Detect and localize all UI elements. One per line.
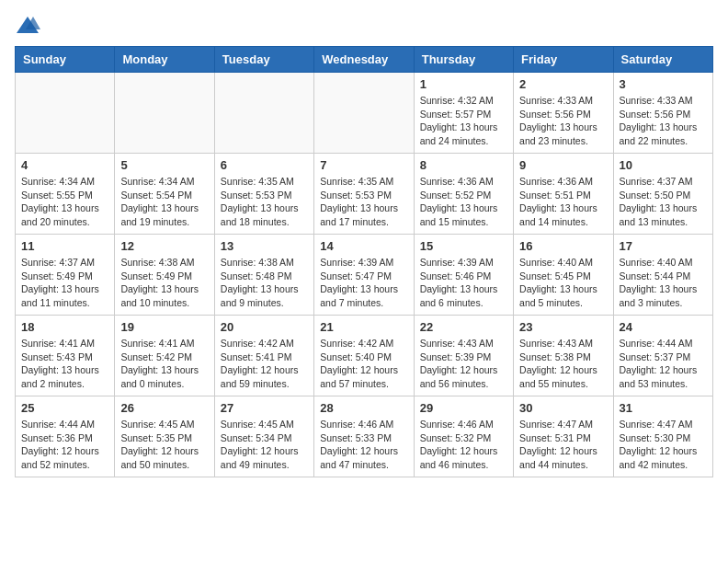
calendar-week-row: 25Sunrise: 4:44 AM Sunset: 5:36 PM Dayli… <box>16 396 713 477</box>
day-info: Sunrise: 4:39 AM Sunset: 5:47 PM Dayligh… <box>320 256 407 310</box>
day-info: Sunrise: 4:45 AM Sunset: 5:34 PM Dayligh… <box>221 418 308 472</box>
day-info: Sunrise: 4:32 AM Sunset: 5:57 PM Dayligh… <box>420 94 507 148</box>
day-number: 30 <box>519 401 607 415</box>
calendar-week-row: 4Sunrise: 4:34 AM Sunset: 5:55 PM Daylig… <box>16 154 713 235</box>
calendar-day-cell: 30Sunrise: 4:47 AM Sunset: 5:31 PM Dayli… <box>514 396 613 477</box>
calendar-day-cell: 22Sunrise: 4:43 AM Sunset: 5:39 PM Dayli… <box>414 316 513 396</box>
calendar-day-cell: 12Sunrise: 4:38 AM Sunset: 5:49 PM Dayli… <box>115 235 214 316</box>
day-info: Sunrise: 4:33 AM Sunset: 5:56 PM Dayligh… <box>620 94 707 148</box>
calendar: SundayMondayTuesdayWednesdayThursdayFrid… <box>15 46 713 477</box>
day-number: 17 <box>620 239 707 253</box>
day-info: Sunrise: 4:37 AM Sunset: 5:49 PM Dayligh… <box>21 256 108 310</box>
calendar-day-cell: 16Sunrise: 4:40 AM Sunset: 5:45 PM Dayli… <box>514 235 613 316</box>
day-number: 8 <box>420 158 507 172</box>
day-info: Sunrise: 4:37 AM Sunset: 5:50 PM Dayligh… <box>620 175 707 229</box>
day-number: 9 <box>519 158 607 172</box>
day-info: Sunrise: 4:39 AM Sunset: 5:46 PM Dayligh… <box>420 256 507 310</box>
calendar-day-cell: 27Sunrise: 4:45 AM Sunset: 5:34 PM Dayli… <box>214 396 313 477</box>
day-number: 21 <box>320 320 407 334</box>
logo-icon <box>15 15 40 37</box>
day-header: Sunday <box>16 47 115 73</box>
calendar-day-cell: 14Sunrise: 4:39 AM Sunset: 5:47 PM Dayli… <box>314 235 414 316</box>
day-number: 20 <box>221 320 308 334</box>
calendar-day-cell <box>314 73 414 154</box>
calendar-day-cell: 4Sunrise: 4:34 AM Sunset: 5:55 PM Daylig… <box>16 154 115 235</box>
calendar-day-cell: 17Sunrise: 4:40 AM Sunset: 5:44 PM Dayli… <box>613 235 712 316</box>
day-header: Tuesday <box>214 47 313 73</box>
day-info: Sunrise: 4:36 AM Sunset: 5:51 PM Dayligh… <box>519 175 607 229</box>
calendar-day-cell: 21Sunrise: 4:42 AM Sunset: 5:40 PM Dayli… <box>314 316 414 396</box>
day-number: 28 <box>320 401 407 415</box>
day-number: 2 <box>519 77 607 91</box>
day-number: 14 <box>320 239 407 253</box>
day-number: 26 <box>120 401 208 415</box>
day-number: 12 <box>120 239 208 253</box>
day-number: 31 <box>620 401 707 415</box>
day-info: Sunrise: 4:34 AM Sunset: 5:54 PM Dayligh… <box>120 175 208 229</box>
day-info: Sunrise: 4:43 AM Sunset: 5:38 PM Dayligh… <box>519 337 607 391</box>
calendar-day-cell <box>16 73 115 154</box>
day-header: Thursday <box>414 47 513 73</box>
day-header: Friday <box>514 47 613 73</box>
day-info: Sunrise: 4:44 AM Sunset: 5:36 PM Dayligh… <box>21 418 108 472</box>
day-number: 10 <box>620 158 707 172</box>
day-info: Sunrise: 4:44 AM Sunset: 5:37 PM Dayligh… <box>620 337 707 391</box>
calendar-day-cell: 24Sunrise: 4:44 AM Sunset: 5:37 PM Dayli… <box>613 316 712 396</box>
day-number: 5 <box>120 158 208 172</box>
calendar-day-cell: 13Sunrise: 4:38 AM Sunset: 5:48 PM Dayli… <box>214 235 313 316</box>
day-info: Sunrise: 4:34 AM Sunset: 5:55 PM Dayligh… <box>21 175 108 229</box>
day-info: Sunrise: 4:42 AM Sunset: 5:41 PM Dayligh… <box>221 337 308 391</box>
day-number: 15 <box>420 239 507 253</box>
calendar-header-row: SundayMondayTuesdayWednesdayThursdayFrid… <box>16 47 713 73</box>
day-info: Sunrise: 4:36 AM Sunset: 5:52 PM Dayligh… <box>420 175 507 229</box>
day-number: 27 <box>221 401 308 415</box>
calendar-day-cell: 9Sunrise: 4:36 AM Sunset: 5:51 PM Daylig… <box>514 154 613 235</box>
calendar-day-cell: 6Sunrise: 4:35 AM Sunset: 5:53 PM Daylig… <box>214 154 313 235</box>
day-info: Sunrise: 4:43 AM Sunset: 5:39 PM Dayligh… <box>420 337 507 391</box>
calendar-day-cell: 8Sunrise: 4:36 AM Sunset: 5:52 PM Daylig… <box>414 154 513 235</box>
calendar-day-cell: 19Sunrise: 4:41 AM Sunset: 5:42 PM Dayli… <box>115 316 214 396</box>
day-number: 29 <box>420 401 507 415</box>
day-info: Sunrise: 4:38 AM Sunset: 5:48 PM Dayligh… <box>221 256 308 310</box>
day-info: Sunrise: 4:45 AM Sunset: 5:35 PM Dayligh… <box>120 418 208 472</box>
day-number: 22 <box>420 320 507 334</box>
day-header: Wednesday <box>314 47 414 73</box>
calendar-day-cell <box>115 73 214 154</box>
day-number: 25 <box>21 401 108 415</box>
day-number: 6 <box>221 158 308 172</box>
calendar-day-cell: 25Sunrise: 4:44 AM Sunset: 5:36 PM Dayli… <box>16 396 115 477</box>
header <box>15 15 713 37</box>
day-number: 18 <box>21 320 108 334</box>
calendar-day-cell: 18Sunrise: 4:41 AM Sunset: 5:43 PM Dayli… <box>16 316 115 396</box>
day-number: 7 <box>320 158 407 172</box>
calendar-day-cell: 1Sunrise: 4:32 AM Sunset: 5:57 PM Daylig… <box>414 73 513 154</box>
day-number: 16 <box>519 239 607 253</box>
day-number: 3 <box>620 77 707 91</box>
calendar-week-row: 1Sunrise: 4:32 AM Sunset: 5:57 PM Daylig… <box>16 73 713 154</box>
calendar-day-cell: 3Sunrise: 4:33 AM Sunset: 5:56 PM Daylig… <box>613 73 712 154</box>
calendar-day-cell: 23Sunrise: 4:43 AM Sunset: 5:38 PM Dayli… <box>514 316 613 396</box>
day-number: 23 <box>519 320 607 334</box>
calendar-day-cell: 10Sunrise: 4:37 AM Sunset: 5:50 PM Dayli… <box>613 154 712 235</box>
day-header: Monday <box>115 47 214 73</box>
day-header: Saturday <box>613 47 712 73</box>
day-number: 13 <box>221 239 308 253</box>
calendar-week-row: 18Sunrise: 4:41 AM Sunset: 5:43 PM Dayli… <box>16 316 713 396</box>
day-info: Sunrise: 4:35 AM Sunset: 5:53 PM Dayligh… <box>320 175 407 229</box>
day-number: 4 <box>21 158 108 172</box>
day-number: 11 <box>21 239 108 253</box>
calendar-day-cell: 5Sunrise: 4:34 AM Sunset: 5:54 PM Daylig… <box>115 154 214 235</box>
day-info: Sunrise: 4:46 AM Sunset: 5:33 PM Dayligh… <box>320 418 407 472</box>
day-info: Sunrise: 4:46 AM Sunset: 5:32 PM Dayligh… <box>420 418 507 472</box>
day-number: 24 <box>620 320 707 334</box>
calendar-day-cell: 29Sunrise: 4:46 AM Sunset: 5:32 PM Dayli… <box>414 396 513 477</box>
calendar-week-row: 11Sunrise: 4:37 AM Sunset: 5:49 PM Dayli… <box>16 235 713 316</box>
calendar-day-cell: 26Sunrise: 4:45 AM Sunset: 5:35 PM Dayli… <box>115 396 214 477</box>
calendar-day-cell: 7Sunrise: 4:35 AM Sunset: 5:53 PM Daylig… <box>314 154 414 235</box>
calendar-day-cell: 28Sunrise: 4:46 AM Sunset: 5:33 PM Dayli… <box>314 396 414 477</box>
day-info: Sunrise: 4:33 AM Sunset: 5:56 PM Dayligh… <box>519 94 607 148</box>
day-info: Sunrise: 4:47 AM Sunset: 5:31 PM Dayligh… <box>519 418 607 472</box>
calendar-day-cell: 15Sunrise: 4:39 AM Sunset: 5:46 PM Dayli… <box>414 235 513 316</box>
day-info: Sunrise: 4:38 AM Sunset: 5:49 PM Dayligh… <box>120 256 208 310</box>
day-info: Sunrise: 4:35 AM Sunset: 5:53 PM Dayligh… <box>221 175 308 229</box>
